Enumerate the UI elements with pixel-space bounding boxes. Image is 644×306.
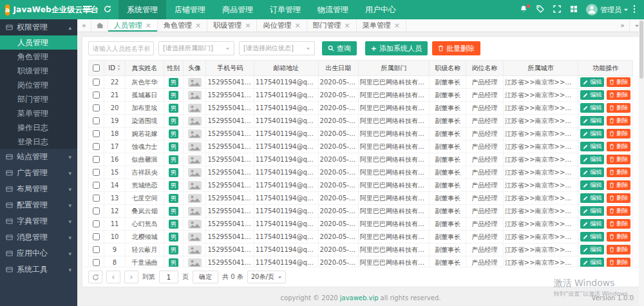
sort-icon[interactable] (117, 64, 121, 71)
edit-button[interactable]: 编辑 (580, 142, 604, 151)
tabs-scroll-right-button[interactable]: » (616, 19, 630, 32)
tab-close-icon[interactable]: × (245, 22, 251, 29)
caret-down-icon[interactable] (623, 7, 629, 12)
top-menu-item-3[interactable]: 订单管理 (261, 0, 309, 19)
home-tab-button[interactable] (91, 19, 108, 32)
delete-button[interactable]: 删除 (607, 129, 630, 139)
confirm-page-button[interactable]: 确定 (193, 271, 218, 283)
delete-button[interactable]: 删除 (607, 155, 630, 164)
delete-button[interactable]: 删除 (607, 167, 630, 177)
sidebar-item-0-6[interactable]: 操作日志 (0, 120, 77, 135)
sidebar-group-0[interactable]: 权限管理▴ (0, 19, 77, 35)
top-menu-item-1[interactable]: 店铺管理 (166, 0, 214, 19)
delete-button[interactable]: 删除 (607, 142, 630, 151)
edit-button[interactable]: 编辑 (580, 90, 604, 100)
row-checkbox[interactable] (93, 259, 100, 266)
apps-button[interactable] (565, 0, 582, 19)
tabs-scroll-left-button[interactable]: « (77, 19, 91, 32)
sidebar-group-2[interactable]: 广告管理▾ (0, 165, 77, 181)
search-input[interactable] (88, 41, 154, 55)
sidebar-group-5[interactable]: 字典管理▾ (0, 213, 77, 229)
tab-close-icon[interactable]: × (195, 22, 201, 29)
edit-button[interactable]: 编辑 (580, 180, 604, 190)
row-checkbox[interactable] (93, 143, 100, 150)
top-menu-item-4[interactable]: 物流管理 (309, 0, 357, 19)
tab-3[interactable]: 岗位管理× (257, 19, 307, 32)
sidebar-group-7[interactable]: 应用中心▾ (0, 245, 77, 262)
sidebar-group-6[interactable]: 消息管理▾ (0, 229, 77, 245)
edit-button[interactable]: 编辑 (580, 258, 604, 267)
edit-button[interactable]: 编辑 (580, 116, 604, 126)
pager-refresh-button[interactable] (88, 271, 102, 283)
user-avatar[interactable] (586, 4, 598, 15)
row-checkbox[interactable] (93, 246, 100, 253)
row-checkbox[interactable] (93, 220, 100, 227)
tab-close-icon[interactable]: × (345, 22, 350, 29)
edit-button[interactable]: 编辑 (580, 77, 604, 87)
row-checkbox[interactable] (93, 104, 100, 111)
tab-0[interactable]: 人员管理× (108, 19, 158, 32)
delete-button[interactable]: 删除 (607, 180, 630, 190)
row-checkbox[interactable] (93, 79, 100, 86)
sidebar-group-3[interactable]: 布局管理▾ (0, 181, 77, 197)
fullscreen-button[interactable] (549, 0, 565, 19)
top-menu-item-2[interactable]: 商品管理 (214, 0, 261, 19)
tab-2[interactable]: 职级管理× (207, 19, 257, 32)
row-checkbox[interactable] (93, 195, 100, 202)
sidebar-group-8[interactable]: 系统工具▾ (0, 262, 77, 278)
delete-button[interactable]: 删除 (607, 245, 630, 254)
sidebar-group-4[interactable]: 配置管理▾ (0, 197, 77, 213)
delete-button[interactable]: 删除 (607, 193, 630, 203)
status-select[interactable]: [请选择岗位状态] (239, 41, 315, 55)
top-menu-item-0[interactable]: 系统管理 (118, 0, 166, 19)
row-checkbox[interactable] (93, 117, 100, 124)
page-size-select[interactable]: 20条/页 (247, 271, 286, 283)
department-select[interactable]: [请选择所属部门] (158, 41, 234, 55)
select-all-checkbox[interactable] (93, 64, 100, 72)
delete-button[interactable]: 删除 (607, 206, 630, 216)
delete-button[interactable]: 删除 (607, 103, 630, 113)
edit-button[interactable]: 编辑 (580, 219, 604, 229)
search-button[interactable]: 查询 (322, 41, 357, 55)
edit-button[interactable]: 编辑 (580, 155, 604, 164)
edit-button[interactable]: 编辑 (580, 193, 604, 203)
footer-link[interactable]: javaweb.vip (340, 294, 379, 301)
sidebar-group-1[interactable]: 站点管理▾ (0, 149, 77, 165)
row-checkbox[interactable] (93, 182, 100, 189)
prev-page-button[interactable]: ‹ (106, 271, 120, 283)
delete-button[interactable]: 删除 (607, 258, 630, 267)
edit-button[interactable]: 编辑 (580, 232, 604, 242)
notifications-button[interactable] (515, 0, 532, 19)
row-checkbox[interactable] (93, 156, 100, 163)
user-name[interactable]: 管理员 (600, 5, 621, 15)
edit-button[interactable]: 编辑 (580, 167, 604, 177)
page-number-input[interactable] (159, 271, 178, 283)
delete-button[interactable]: 删除 (607, 232, 630, 242)
sidebar-item-0-4[interactable]: 部门管理 (0, 92, 77, 106)
delete-button[interactable]: 删除 (607, 90, 630, 100)
delete-button[interactable]: 删除 (607, 116, 630, 126)
delete-button[interactable]: 删除 (607, 219, 630, 229)
edit-button[interactable]: 编辑 (580, 206, 604, 216)
sidebar-item-0-3[interactable]: 岗位管理 (0, 78, 77, 92)
row-checkbox[interactable] (93, 91, 100, 99)
add-user-button[interactable]: 添加系统人员 (365, 41, 428, 55)
tab-close-icon[interactable]: × (146, 22, 151, 29)
tab-close-icon[interactable]: × (294, 22, 300, 29)
row-checkbox[interactable] (93, 233, 100, 240)
edit-button[interactable]: 编辑 (580, 103, 604, 113)
edit-button[interactable]: 编辑 (580, 129, 604, 139)
tag-button[interactable] (532, 0, 549, 19)
top-menu-item-5[interactable]: 用户中心 (357, 0, 404, 19)
tab-1[interactable]: 角色管理× (158, 19, 207, 32)
scrollbar-thumb[interactable] (639, 21, 643, 79)
row-checkbox[interactable] (93, 130, 100, 137)
scrollbar[interactable] (639, 19, 644, 306)
tab-close-icon[interactable]: × (394, 22, 400, 29)
refresh-page-button[interactable] (98, 0, 117, 19)
tab-5[interactable]: 菜单管理× (357, 19, 406, 32)
sidebar-item-0-5[interactable]: 菜单管理 (0, 106, 77, 120)
delete-button[interactable]: 删除 (607, 77, 630, 87)
sidebar-item-0-1[interactable]: 角色管理 (0, 50, 77, 64)
more-menu-button[interactable] (629, 0, 640, 19)
